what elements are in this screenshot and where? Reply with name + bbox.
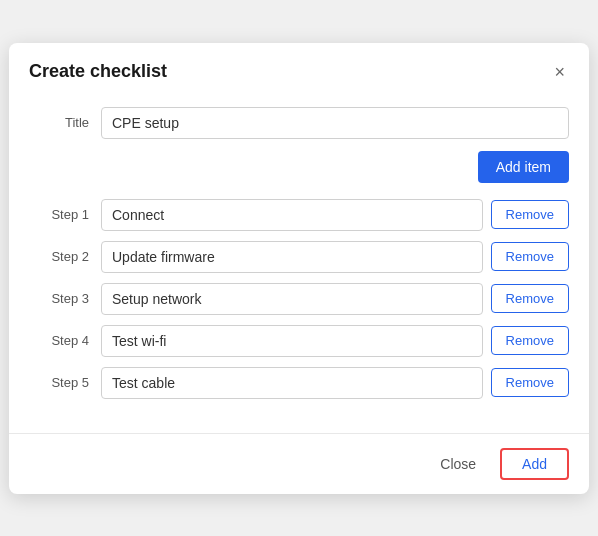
close-footer-button[interactable]: Close	[428, 449, 488, 479]
step-label-5: Step 5	[29, 375, 89, 390]
remove-button-3[interactable]: Remove	[491, 284, 569, 313]
step-label-4: Step 4	[29, 333, 89, 348]
title-row: Title	[29, 107, 569, 139]
title-input[interactable]	[101, 107, 569, 139]
modal-header: Create checklist ×	[9, 43, 589, 97]
create-checklist-modal: Create checklist × Title Add item Step 1…	[9, 43, 589, 494]
add-item-row: Add item	[29, 151, 569, 183]
step-label-3: Step 3	[29, 291, 89, 306]
step-input-1[interactable]	[101, 199, 483, 231]
step-row: Step 5Remove	[29, 367, 569, 399]
step-row: Step 1Remove	[29, 199, 569, 231]
steps-container: Step 1RemoveStep 2RemoveStep 3RemoveStep…	[29, 199, 569, 399]
step-label-2: Step 2	[29, 249, 89, 264]
add-item-button[interactable]: Add item	[478, 151, 569, 183]
remove-button-4[interactable]: Remove	[491, 326, 569, 355]
title-field-label: Title	[29, 115, 89, 130]
add-button[interactable]: Add	[500, 448, 569, 480]
modal-body: Title Add item Step 1RemoveStep 2RemoveS…	[9, 97, 589, 425]
modal-title: Create checklist	[29, 61, 167, 82]
step-input-2[interactable]	[101, 241, 483, 273]
remove-button-5[interactable]: Remove	[491, 368, 569, 397]
remove-button-1[interactable]: Remove	[491, 200, 569, 229]
step-row: Step 2Remove	[29, 241, 569, 273]
modal-footer: Close Add	[9, 433, 589, 494]
step-input-5[interactable]	[101, 367, 483, 399]
step-input-3[interactable]	[101, 283, 483, 315]
remove-button-2[interactable]: Remove	[491, 242, 569, 271]
step-label-1: Step 1	[29, 207, 89, 222]
step-row: Step 3Remove	[29, 283, 569, 315]
step-input-4[interactable]	[101, 325, 483, 357]
modal-close-button[interactable]: ×	[550, 59, 569, 85]
step-row: Step 4Remove	[29, 325, 569, 357]
modal-overlay: Create checklist × Title Add item Step 1…	[0, 0, 598, 536]
